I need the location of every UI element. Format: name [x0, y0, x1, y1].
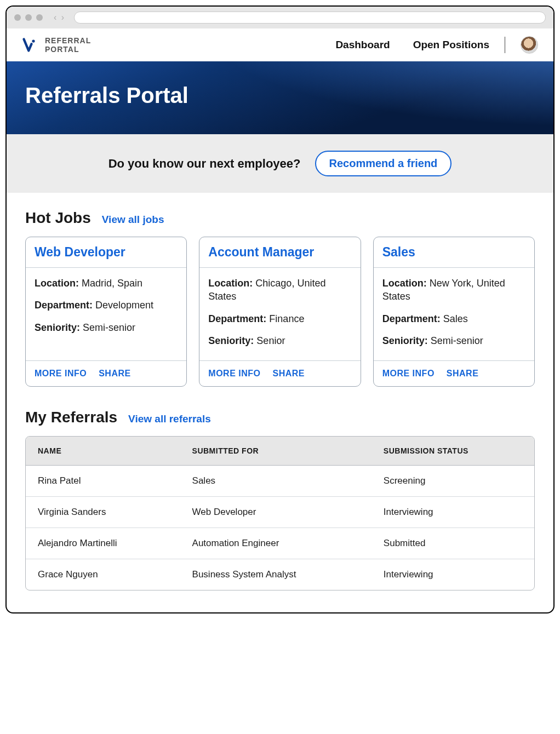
cell-submitted-for: Web Developer: [180, 496, 372, 527]
share-button[interactable]: SHARE: [447, 369, 479, 379]
hot-jobs-title: Hot Jobs: [25, 209, 91, 227]
cell-submitted-for: Sales: [180, 466, 372, 496]
seniority-value: Senior: [256, 335, 285, 346]
seniority-label: Seniority:: [35, 322, 80, 333]
department-label: Department:: [382, 313, 441, 324]
app-header: REFERRAL PORTAL Dashboard Open Positions: [7, 28, 553, 61]
nav-divider: [505, 37, 505, 53]
brand-logo-icon: [22, 37, 37, 53]
avatar[interactable]: [521, 36, 538, 54]
seniority-label: Seniority:: [208, 335, 254, 346]
page-title: Referrals Portal: [25, 83, 535, 108]
cell-status: Screening: [372, 466, 534, 496]
my-referrals-title: My Referrals: [25, 409, 117, 426]
view-all-referrals-link[interactable]: View all referrals: [128, 413, 211, 425]
location-label: Location:: [35, 278, 79, 289]
browser-nav-arrows[interactable]: ‹ ›: [54, 13, 65, 22]
nav-dashboard[interactable]: Dashboard: [335, 39, 390, 51]
more-info-button[interactable]: MORE INFO: [382, 369, 435, 379]
col-name: NAME: [26, 437, 180, 466]
svg-point-0: [32, 39, 35, 42]
job-title[interactable]: Account Manager: [199, 237, 360, 268]
table-row[interactable]: Virginia Sanders Web Developer Interview…: [26, 496, 534, 527]
view-all-jobs-link[interactable]: View all jobs: [102, 214, 164, 226]
browser-window: ‹ › REFERRAL PORTAL Dashboard Open Posit…: [5, 5, 555, 613]
cell-submitted-for: Business System Analyst: [180, 559, 372, 590]
nav-open-positions[interactable]: Open Positions: [413, 39, 489, 51]
seniority-value: Semi-senior: [431, 335, 483, 346]
cell-name: Alejandro Martinelli: [26, 527, 180, 559]
hot-jobs-section: Hot Jobs View all jobs Web Developer Loc…: [7, 193, 553, 392]
job-card: Web Developer Location: Madrid, Spain De…: [25, 237, 187, 387]
department-value: Finance: [269, 313, 304, 324]
brand-line2: PORTAL: [45, 45, 91, 54]
cta-prompt: Do you know our next employee?: [108, 157, 301, 171]
department-value: Sales: [443, 313, 468, 324]
seniority-value: Semi-senior: [83, 322, 135, 333]
location-label: Location:: [382, 278, 427, 289]
browser-chrome: ‹ ›: [7, 7, 553, 28]
cell-status: Interviewing: [372, 559, 534, 590]
cell-submitted-for: Automation Engineer: [180, 527, 372, 559]
job-title[interactable]: Sales: [374, 237, 534, 268]
cell-name: Rina Patel: [26, 466, 180, 496]
cell-name: Grace Nguyen: [26, 559, 180, 590]
location-label: Location:: [208, 278, 253, 289]
share-button[interactable]: SHARE: [273, 369, 305, 379]
cell-status: Interviewing: [372, 496, 534, 527]
table-row[interactable]: Alejandro Martinelli Automation Engineer…: [26, 527, 534, 559]
share-button[interactable]: SHARE: [99, 369, 131, 379]
url-bar[interactable]: [74, 12, 546, 24]
referrals-table: NAME SUBMITTED FOR SUBMISSION STATUS Rin…: [25, 436, 535, 590]
col-status: SUBMISSION STATUS: [372, 437, 534, 466]
more-info-button[interactable]: MORE INFO: [208, 369, 260, 379]
cell-name: Virginia Sanders: [26, 496, 180, 527]
cta-strip: Do you know our next employee? Recommend…: [7, 134, 553, 193]
department-label: Department:: [35, 300, 93, 311]
brand-line1: REFERRAL: [45, 36, 91, 45]
hero-banner: Referrals Portal: [7, 61, 553, 134]
table-row[interactable]: Rina Patel Sales Screening: [26, 466, 534, 496]
job-card: Account Manager Location: Chicago, Unite…: [199, 237, 361, 387]
table-row[interactable]: Grace Nguyen Business System Analyst Int…: [26, 559, 534, 590]
recommend-friend-button[interactable]: Recommend a friend: [315, 151, 452, 176]
location-value: Madrid, Spain: [82, 278, 142, 289]
cell-status: Submitted: [372, 527, 534, 559]
job-card: Sales Location: New York, United States …: [373, 237, 535, 387]
window-close-icon[interactable]: [14, 14, 21, 21]
col-submitted-for: SUBMITTED FOR: [180, 437, 372, 466]
department-label: Department:: [208, 313, 266, 324]
seniority-label: Seniority:: [382, 335, 428, 346]
window-minimize-icon[interactable]: [25, 14, 32, 21]
job-title[interactable]: Web Developer: [26, 237, 186, 268]
department-value: Development: [95, 300, 153, 311]
window-maximize-icon[interactable]: [36, 14, 43, 21]
more-info-button[interactable]: MORE INFO: [35, 369, 87, 379]
my-referrals-section: My Referrals View all referrals NAME SUB…: [7, 392, 553, 612]
brand-text: REFERRAL PORTAL: [45, 36, 91, 54]
